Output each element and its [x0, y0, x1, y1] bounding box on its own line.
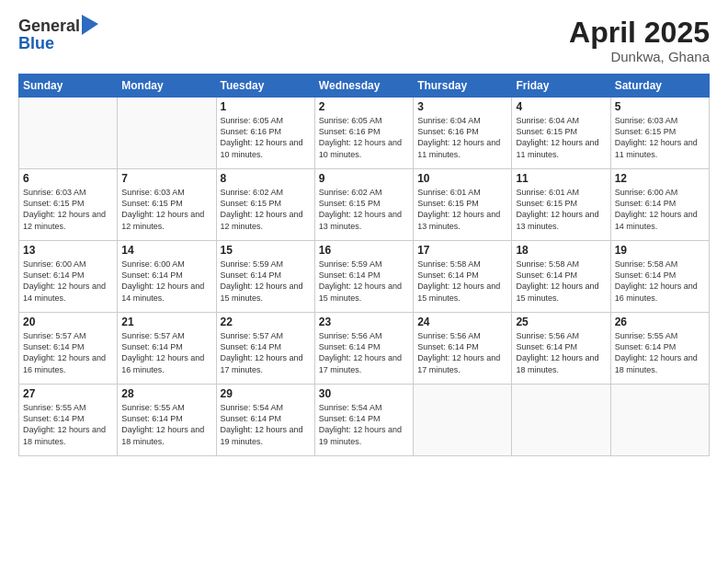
page: General Blue April 2025 Dunkwa, Ghana Su…: [0, 0, 728, 563]
logo-general: General: [18, 17, 80, 34]
day-number: 19: [615, 244, 705, 257]
day-info: Sunrise: 6:02 AM Sunset: 6:15 PM Dayligh…: [319, 187, 409, 232]
calendar-cell: 27Sunrise: 5:55 AM Sunset: 6:14 PM Dayli…: [19, 385, 118, 456]
calendar-cell: 26Sunrise: 5:55 AM Sunset: 6:14 PM Dayli…: [610, 313, 709, 385]
day-number: 13: [23, 244, 113, 257]
day-number: 2: [319, 100, 409, 113]
day-info: Sunrise: 5:58 AM Sunset: 6:14 PM Dayligh…: [615, 259, 705, 304]
day-number: 1: [221, 100, 311, 113]
calendar-week-row: 20Sunrise: 5:57 AM Sunset: 6:14 PM Dayli…: [19, 313, 710, 385]
day-info: Sunrise: 5:54 AM Sunset: 6:14 PM Dayligh…: [221, 402, 311, 447]
day-number: 21: [121, 316, 211, 328]
day-info: Sunrise: 5:57 AM Sunset: 6:14 PM Dayligh…: [121, 330, 211, 375]
day-info: Sunrise: 6:04 AM Sunset: 6:15 PM Dayligh…: [516, 115, 606, 160]
day-number: 16: [319, 244, 409, 257]
day-number: 18: [516, 244, 606, 257]
calendar-cell: [610, 385, 709, 456]
day-number: 22: [221, 316, 311, 328]
title-block: April 2025 Dunkwa, Ghana: [569, 17, 710, 64]
calendar-week-row: 1Sunrise: 6:05 AM Sunset: 6:16 PM Daylig…: [19, 98, 710, 169]
day-info: Sunrise: 6:02 AM Sunset: 6:15 PM Dayligh…: [221, 187, 311, 232]
day-number: 10: [417, 172, 507, 185]
day-number: 9: [319, 172, 409, 185]
calendar-cell: 8Sunrise: 6:02 AM Sunset: 6:15 PM Daylig…: [216, 169, 314, 241]
calendar-cell: 29Sunrise: 5:54 AM Sunset: 6:14 PM Dayli…: [216, 385, 314, 456]
day-number: 17: [417, 244, 507, 257]
calendar-cell: [118, 98, 216, 169]
day-number: 5: [615, 100, 705, 113]
calendar-cell: 15Sunrise: 5:59 AM Sunset: 6:14 PM Dayli…: [216, 241, 314, 313]
calendar-cell: 21Sunrise: 5:57 AM Sunset: 6:14 PM Dayli…: [118, 313, 216, 385]
calendar-cell: 13Sunrise: 6:00 AM Sunset: 6:14 PM Dayli…: [19, 241, 118, 313]
logo-blue: Blue: [18, 35, 98, 52]
calendar-week-row: 13Sunrise: 6:00 AM Sunset: 6:14 PM Dayli…: [19, 241, 710, 313]
day-header: Wednesday: [314, 75, 413, 98]
calendar-cell: 4Sunrise: 6:04 AM Sunset: 6:15 PM Daylig…: [512, 98, 610, 169]
day-info: Sunrise: 6:05 AM Sunset: 6:16 PM Dayligh…: [319, 115, 409, 160]
title-location: Dunkwa, Ghana: [569, 49, 710, 64]
day-info: Sunrise: 6:03 AM Sunset: 6:15 PM Dayligh…: [23, 187, 113, 232]
calendar-cell: 28Sunrise: 5:55 AM Sunset: 6:14 PM Dayli…: [118, 385, 216, 456]
calendar-cell: 24Sunrise: 5:56 AM Sunset: 6:14 PM Dayli…: [414, 313, 512, 385]
logo-icon: [82, 15, 98, 35]
logo: General Blue: [18, 17, 98, 52]
day-number: 8: [221, 172, 311, 185]
calendar-cell: 7Sunrise: 6:03 AM Sunset: 6:15 PM Daylig…: [118, 169, 216, 241]
calendar-cell: [414, 385, 512, 456]
calendar-header: SundayMondayTuesdayWednesdayThursdayFrid…: [19, 75, 710, 98]
calendar-cell: 2Sunrise: 6:05 AM Sunset: 6:16 PM Daylig…: [314, 98, 413, 169]
day-info: Sunrise: 5:59 AM Sunset: 6:14 PM Dayligh…: [319, 259, 409, 304]
day-info: Sunrise: 6:00 AM Sunset: 6:14 PM Dayligh…: [615, 187, 705, 232]
day-header: Friday: [512, 75, 610, 98]
day-number: 15: [221, 244, 311, 257]
calendar-cell: 30Sunrise: 5:54 AM Sunset: 6:14 PM Dayli…: [314, 385, 413, 456]
day-info: Sunrise: 6:01 AM Sunset: 6:15 PM Dayligh…: [516, 187, 606, 232]
day-info: Sunrise: 5:58 AM Sunset: 6:14 PM Dayligh…: [516, 259, 606, 304]
calendar-cell: 10Sunrise: 6:01 AM Sunset: 6:15 PM Dayli…: [414, 169, 512, 241]
day-number: 14: [121, 244, 211, 257]
day-number: 6: [23, 172, 113, 185]
day-info: Sunrise: 6:00 AM Sunset: 6:14 PM Dayligh…: [23, 259, 113, 304]
day-number: 3: [417, 100, 507, 113]
calendar-cell: 22Sunrise: 5:57 AM Sunset: 6:14 PM Dayli…: [216, 313, 314, 385]
day-number: 26: [615, 316, 705, 328]
day-number: 24: [417, 316, 507, 328]
day-info: Sunrise: 5:54 AM Sunset: 6:14 PM Dayligh…: [319, 402, 409, 447]
day-info: Sunrise: 5:55 AM Sunset: 6:14 PM Dayligh…: [23, 402, 113, 447]
calendar-cell: 17Sunrise: 5:58 AM Sunset: 6:14 PM Dayli…: [414, 241, 512, 313]
day-info: Sunrise: 6:01 AM Sunset: 6:15 PM Dayligh…: [417, 187, 507, 232]
calendar-cell: 1Sunrise: 6:05 AM Sunset: 6:16 PM Daylig…: [216, 98, 314, 169]
day-info: Sunrise: 6:04 AM Sunset: 6:16 PM Dayligh…: [417, 115, 507, 160]
day-info: Sunrise: 6:03 AM Sunset: 6:15 PM Dayligh…: [615, 115, 705, 160]
day-header: Monday: [118, 75, 216, 98]
day-number: 29: [221, 387, 311, 400]
calendar-cell: [19, 98, 118, 169]
calendar-cell: 5Sunrise: 6:03 AM Sunset: 6:15 PM Daylig…: [610, 98, 709, 169]
logo-text: General Blue: [18, 17, 98, 52]
header: General Blue April 2025 Dunkwa, Ghana: [18, 17, 710, 64]
title-month: April 2025: [569, 17, 710, 49]
calendar-week-row: 27Sunrise: 5:55 AM Sunset: 6:14 PM Dayli…: [19, 385, 710, 456]
day-info: Sunrise: 5:56 AM Sunset: 6:14 PM Dayligh…: [417, 330, 507, 375]
day-info: Sunrise: 5:55 AM Sunset: 6:14 PM Dayligh…: [615, 330, 705, 375]
calendar-cell: 3Sunrise: 6:04 AM Sunset: 6:16 PM Daylig…: [414, 98, 512, 169]
calendar-week-row: 6Sunrise: 6:03 AM Sunset: 6:15 PM Daylig…: [19, 169, 710, 241]
day-header: Tuesday: [216, 75, 314, 98]
day-info: Sunrise: 5:56 AM Sunset: 6:14 PM Dayligh…: [319, 330, 409, 375]
calendar-cell: 12Sunrise: 6:00 AM Sunset: 6:14 PM Dayli…: [610, 169, 709, 241]
day-info: Sunrise: 5:57 AM Sunset: 6:14 PM Dayligh…: [23, 330, 113, 375]
day-number: 25: [516, 316, 606, 328]
day-number: 12: [615, 172, 705, 185]
day-info: Sunrise: 5:59 AM Sunset: 6:14 PM Dayligh…: [221, 259, 311, 304]
day-number: 28: [121, 387, 211, 400]
calendar-cell: 23Sunrise: 5:56 AM Sunset: 6:14 PM Dayli…: [314, 313, 413, 385]
day-header: Saturday: [610, 75, 709, 98]
calendar-table: SundayMondayTuesdayWednesdayThursdayFrid…: [18, 74, 710, 456]
day-header: Sunday: [19, 75, 118, 98]
day-info: Sunrise: 6:03 AM Sunset: 6:15 PM Dayligh…: [121, 187, 211, 232]
day-info: Sunrise: 6:00 AM Sunset: 6:14 PM Dayligh…: [121, 259, 211, 304]
calendar-cell: 14Sunrise: 6:00 AM Sunset: 6:14 PM Dayli…: [118, 241, 216, 313]
calendar-cell: 19Sunrise: 5:58 AM Sunset: 6:14 PM Dayli…: [610, 241, 709, 313]
day-header: Thursday: [414, 75, 512, 98]
day-number: 27: [23, 387, 113, 400]
